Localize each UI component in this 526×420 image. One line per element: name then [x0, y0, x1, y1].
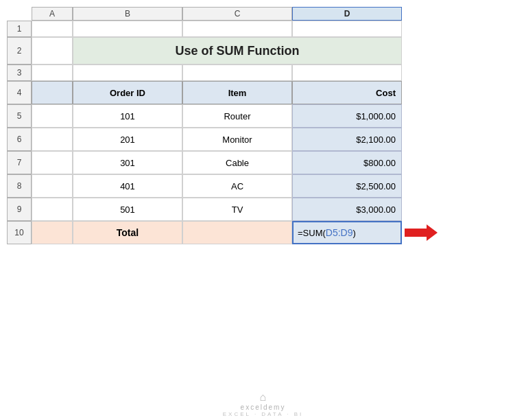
- column-headers: A B C D: [32, 7, 512, 21]
- row-header-10: 10: [7, 221, 32, 244]
- cell-a8[interactable]: [32, 174, 73, 198]
- row-2: 2 Use of SUM Function: [7, 37, 512, 65]
- cell-a3[interactable]: [32, 65, 73, 81]
- cell-a7[interactable]: [32, 151, 73, 174]
- header-item: Item: [182, 81, 292, 104]
- cell-b10-total-label[interactable]: Total: [73, 221, 182, 244]
- cell-d9-cost[interactable]: $3,000.00: [292, 198, 402, 221]
- cell-d3[interactable]: [292, 65, 402, 81]
- cell-c5-item[interactable]: Router: [182, 104, 292, 128]
- header-order-id: Order ID: [73, 81, 182, 104]
- row-3: 3: [7, 65, 512, 81]
- cell-c9-item[interactable]: TV: [182, 198, 292, 221]
- watermark-logo: ⌂ exceldemy EXCEL · DATA · BI: [223, 391, 304, 417]
- cell-c1[interactable]: [182, 21, 292, 37]
- cell-b8-orderid[interactable]: 401: [73, 174, 182, 198]
- cell-b5-orderid[interactable]: 101: [73, 104, 182, 128]
- cell-c6-item[interactable]: Monitor: [182, 128, 292, 151]
- row-8: 8 401 AC $2,500.00: [7, 174, 512, 198]
- watermark-brand: exceldemy: [241, 404, 286, 411]
- row-header-7: 7: [7, 151, 32, 174]
- row-7: 7 301 Cable $800.00: [7, 151, 512, 174]
- cell-d10-formula[interactable]: =SUM(D5:D9): [292, 221, 402, 244]
- cell-a6[interactable]: [32, 128, 73, 151]
- row-header-8: 8: [7, 174, 32, 198]
- cell-d1[interactable]: [292, 21, 402, 37]
- cell-d8-cost[interactable]: $2,500.00: [292, 174, 402, 198]
- row-header-9: 9: [7, 198, 32, 221]
- cell-c10[interactable]: [182, 221, 292, 244]
- cell-a4[interactable]: [32, 81, 73, 104]
- watermark-house-icon: ⌂: [259, 391, 266, 404]
- row-header-4: 4: [7, 81, 32, 104]
- col-header-b: B: [73, 7, 182, 21]
- row-header-6: 6: [7, 128, 32, 151]
- cell-a1[interactable]: [32, 21, 73, 37]
- red-arrow-icon: [405, 224, 438, 241]
- svg-marker-0: [405, 224, 438, 241]
- watermark-tagline: EXCEL · DATA · BI: [223, 411, 304, 417]
- row-header-1: 1: [7, 21, 32, 37]
- row-header-3: 3: [7, 65, 32, 81]
- cell-d7-cost[interactable]: $800.00: [292, 151, 402, 174]
- col-header-a: A: [32, 7, 73, 21]
- header-cost: Cost: [292, 81, 402, 104]
- cell-a5[interactable]: [32, 104, 73, 128]
- cell-b3[interactable]: [73, 65, 182, 81]
- spreadsheet: A B C D 1 2 Use of SUM Function 3 4 Orde…: [0, 0, 526, 387]
- row-header-2: 2: [7, 37, 32, 65]
- row-10-total: 10 Total =SUM(D5:D9): [7, 221, 512, 244]
- row-9: 9 501 TV $3,000.00: [7, 198, 512, 221]
- cell-c8-item[interactable]: AC: [182, 174, 292, 198]
- row-4-headers: 4 Order ID Item Cost: [7, 81, 512, 104]
- cell-b9-orderid[interactable]: 501: [73, 198, 182, 221]
- cell-a10[interactable]: [32, 221, 73, 244]
- formula-equals: =SUM(: [298, 228, 326, 238]
- row-1: 1: [7, 21, 512, 37]
- formula-close: ): [353, 228, 356, 238]
- cell-d5-cost[interactable]: $1,000.00: [292, 104, 402, 128]
- spreadsheet-title: Use of SUM Function: [73, 37, 402, 65]
- cell-a2[interactable]: [32, 37, 73, 65]
- watermark: ⌂ exceldemy EXCEL · DATA · BI: [0, 387, 526, 420]
- cell-c3[interactable]: [182, 65, 292, 81]
- red-arrow-indicator: [405, 221, 438, 244]
- row-header-5: 5: [7, 104, 32, 128]
- cell-b1[interactable]: [73, 21, 182, 37]
- cell-b7-orderid[interactable]: 301: [73, 151, 182, 174]
- col-header-d: D: [292, 7, 402, 21]
- row-5: 5 101 Router $1,000.00: [7, 104, 512, 128]
- cell-b6-orderid[interactable]: 201: [73, 128, 182, 151]
- cell-d6-cost[interactable]: $2,100.00: [292, 128, 402, 151]
- cell-c7-item[interactable]: Cable: [182, 151, 292, 174]
- col-header-c: C: [182, 7, 292, 21]
- cell-a9[interactable]: [32, 198, 73, 221]
- row-6: 6 201 Monitor $2,100.00: [7, 128, 512, 151]
- formula-range: D5:D9: [326, 227, 353, 238]
